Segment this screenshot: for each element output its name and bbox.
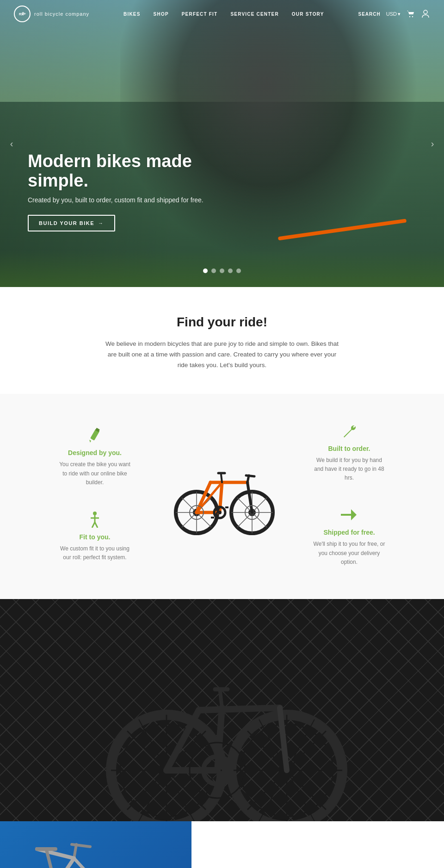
feature-built-desc: We build it for you by hand and have it … xyxy=(312,456,386,483)
svg-marker-4 xyxy=(89,440,91,443)
hero-prev-button[interactable]: ‹ xyxy=(5,137,18,150)
feature-designed-desc: You create the bike you want to ride wit… xyxy=(58,460,132,487)
person-icon xyxy=(86,510,104,529)
svg-line-65 xyxy=(220,692,222,708)
product-label-right: 1:Sport xyxy=(191,821,444,868)
nav-bikes[interactable]: BIKES xyxy=(117,11,147,17)
svg-line-68 xyxy=(72,844,90,847)
bottom-section: 1:Sport xyxy=(0,821,444,868)
nav-our-story[interactable]: OUR STORY xyxy=(285,11,331,17)
nav-perfect-fit[interactable]: PERFECT FIT xyxy=(175,11,224,17)
pencil-icon xyxy=(86,426,104,444)
product-image-left xyxy=(0,821,191,868)
hero-section: ‹ › Modern bikes made simple. Created by… xyxy=(0,0,444,287)
dark-bike-section xyxy=(0,599,444,821)
user-button[interactable] xyxy=(421,9,430,19)
hero-dot-1[interactable] xyxy=(203,269,208,273)
svg-line-28 xyxy=(247,482,252,512)
features-right: Built to order. We build it for you by h… xyxy=(282,422,416,567)
arrow-right-icon xyxy=(340,506,358,524)
hero-dot-3[interactable] xyxy=(220,269,224,273)
build-bike-button[interactable]: BUILD YOUR BIKE → xyxy=(28,215,115,231)
features-left: Designed by you. You create the bike you… xyxy=(28,426,162,562)
find-ride-body: We believe in modern bicycles that are p… xyxy=(102,339,342,371)
svg-line-73 xyxy=(74,858,125,868)
svg-line-58 xyxy=(199,708,280,710)
hero-title: Modern bikes made simple. xyxy=(28,152,213,191)
feature-shipped-title: Shipped for free. xyxy=(323,529,375,536)
features-section: Designed by you. You create the bike you… xyxy=(0,394,444,599)
svg-line-30 xyxy=(246,475,254,476)
currency-selector[interactable]: USD ▾ xyxy=(386,11,401,17)
cart-button[interactable] xyxy=(406,9,415,19)
bike-image-center xyxy=(162,452,282,536)
logo-icon: roll+ xyxy=(14,6,31,22)
svg-line-69 xyxy=(37,858,74,868)
svg-point-2 xyxy=(424,10,427,14)
hero-dot-4[interactable] xyxy=(228,269,233,273)
svg-line-10 xyxy=(95,522,98,528)
find-ride-section: Find your ride! We believe in modern bic… xyxy=(0,287,444,394)
feature-shipped: Shipped for free. We'll ship it to you f… xyxy=(282,506,416,567)
feature-shipped-desc: We'll ship it to you for free, or you ch… xyxy=(312,540,386,567)
svg-line-9 xyxy=(92,522,95,528)
site-header: roll+ roll bicycle company BIKES SHOP PE… xyxy=(0,0,444,28)
nav-shop[interactable]: SHOP xyxy=(147,11,175,17)
feature-built-title: Built to order. xyxy=(328,445,370,452)
bike-illustration xyxy=(166,452,278,536)
hero-dot-2[interactable] xyxy=(211,269,216,273)
svg-line-31 xyxy=(221,475,222,482)
search-link[interactable]: SEARCH xyxy=(358,12,381,17)
hero-subtitle: Created by you, built to order, custom f… xyxy=(28,196,213,204)
product-bike-visual xyxy=(0,821,191,868)
hero-dot-5[interactable] xyxy=(236,269,241,273)
wrench-icon xyxy=(340,422,358,440)
feature-designed-title: Designed by you. xyxy=(68,449,122,456)
hero-figure xyxy=(120,0,444,287)
logo[interactable]: roll+ roll bicycle company xyxy=(14,6,89,22)
svg-point-0 xyxy=(409,16,410,17)
svg-point-6 xyxy=(93,512,97,515)
feature-fit-desc: We custom fit it to you using our roll: … xyxy=(58,544,132,562)
svg-point-1 xyxy=(412,16,413,17)
svg-line-67 xyxy=(74,844,76,858)
main-nav: BIKES SHOP PERFECT FIT SERVICE CENTER OU… xyxy=(89,11,358,17)
header-controls: SEARCH USD ▾ xyxy=(358,9,430,19)
feature-built: Built to order. We build it for you by h… xyxy=(282,422,416,483)
feature-fit-title: Fit to you. xyxy=(80,533,111,541)
feature-fit: Fit to you. We custom fit it to you usin… xyxy=(28,510,162,562)
hero-content: Modern bikes made simple. Created by you… xyxy=(28,152,213,231)
hero-next-button[interactable]: › xyxy=(426,137,439,150)
find-ride-title: Find your ride! xyxy=(18,315,426,330)
hero-dots xyxy=(203,269,241,273)
dark-bike-silhouette xyxy=(92,636,352,821)
nav-service-center[interactable]: SERVICE CENTER xyxy=(224,11,285,17)
feature-designed: Designed by you. You create the bike you… xyxy=(28,426,162,487)
svg-line-60 xyxy=(217,708,222,770)
